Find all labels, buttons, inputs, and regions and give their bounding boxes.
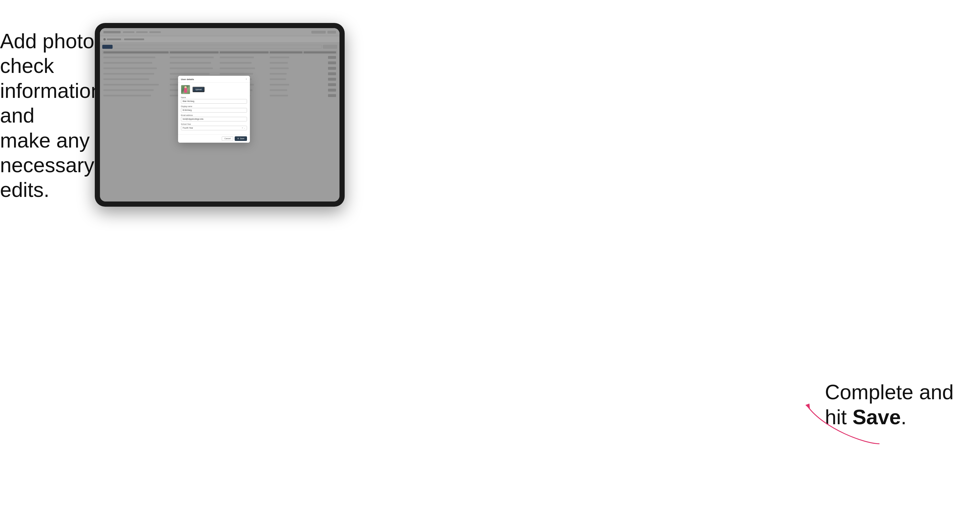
name-input[interactable]: Blair McHarg [181,99,247,104]
modal-body: Upload Name Blair McHarg Display name B.… [178,83,250,134]
cancel-button[interactable]: Cancel [222,137,233,141]
svg-marker-1 [805,403,810,409]
display-name-label: Display name [181,105,247,107]
select-clear-icon[interactable]: × [242,127,243,129]
email-label: Email address [181,114,247,116]
annotation-line-1: Add photo, check [0,30,100,77]
school-year-field-group: School Year Fourth Year × ⌄ [181,123,247,130]
annotation-right: Complete and hit Save. [825,380,963,429]
annotation-line-3: make any [0,129,90,152]
school-year-label: School Year [181,123,247,125]
email-field-group: Email address test@clippdcollege.edu [181,114,247,121]
photo-figure-body [184,88,187,93]
name-label: Name [181,97,247,98]
email-value: test@clippdcollege.edu [183,118,204,120]
email-input[interactable]: test@clippdcollege.edu [181,117,247,121]
photo-image [181,85,190,94]
name-value: Blair McHarg [183,100,194,102]
modal-title: User details [181,78,194,81]
select-controls: × ⌄ [242,127,245,129]
photo-section: Upload [181,85,247,94]
display-name-value: B.McHarg [183,109,192,111]
display-name-field-group: Display name B.McHarg [181,105,247,113]
annotation-line-4: necessary edits. [0,154,94,201]
profile-photo [181,85,190,94]
tablet-device: › [95,23,345,207]
display-name-input[interactable]: B.McHarg [181,108,247,113]
annotation-right-line2: hit Save. [825,406,907,429]
modal-close-button[interactable]: × [246,78,247,80]
name-field-group: Name Blair McHarg [181,97,247,104]
save-icon: ⬆ [237,138,239,140]
school-year-select[interactable]: Fourth Year × ⌄ [181,126,247,130]
upload-button[interactable]: Upload [192,87,205,92]
school-year-value: Fourth Year [183,127,193,129]
tablet-screen: › [100,28,339,202]
modal-overlay: User details × Upload [100,28,339,202]
select-arrow-icon[interactable]: ⌄ [244,127,245,129]
modal-header: User details × [178,76,250,83]
modal-footer: Cancel ⬆ Save [178,134,250,143]
save-button[interactable]: ⬆ Save [235,137,247,141]
annotation-line-2: information and [0,79,102,127]
save-label: Save [240,138,244,140]
user-details-modal: User details × Upload [178,76,250,143]
annotation-right-line1: Complete and [825,381,954,403]
